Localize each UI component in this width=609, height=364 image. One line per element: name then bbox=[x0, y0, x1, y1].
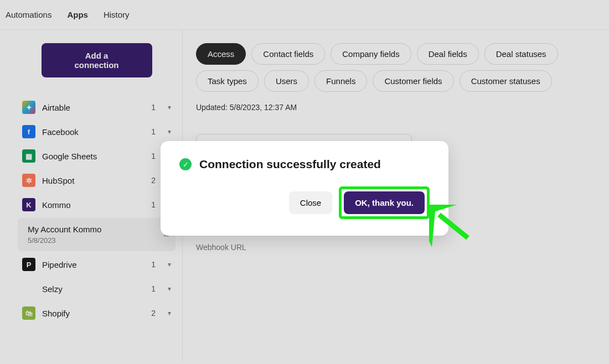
check-circle-icon: ✓ bbox=[179, 158, 192, 170]
modal-title: Connection successfully created bbox=[199, 158, 381, 171]
ok-thank-you-button[interactable]: OK, thank you. bbox=[344, 191, 425, 214]
modal-header: ✓ Connection successfully created bbox=[179, 158, 430, 171]
success-modal: ✓ Connection successfully created Close … bbox=[161, 141, 448, 236]
ok-button-highlight: OK, thank you. bbox=[339, 186, 430, 219]
close-button[interactable]: Close bbox=[289, 191, 332, 214]
modal-overlay: ✓ Connection successfully created Close … bbox=[0, 0, 609, 364]
modal-actions: Close OK, thank you. bbox=[179, 186, 430, 219]
